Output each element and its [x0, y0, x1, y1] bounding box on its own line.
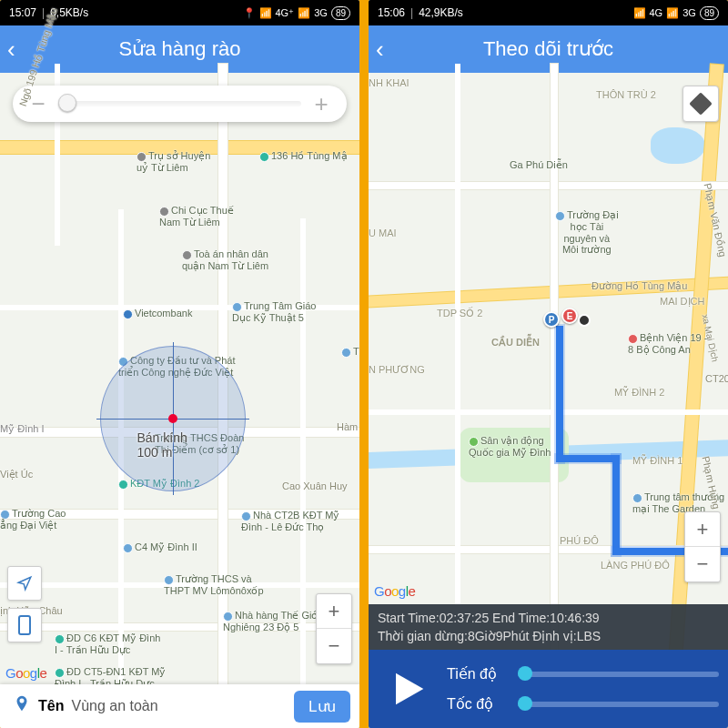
phone-icon: [18, 615, 31, 635]
status-time: 15:06: [378, 6, 405, 19]
poi: Toà án nhân dân quận Nam Từ Liêm: [182, 248, 268, 272]
poi: Nhà CT2B KĐT Mỹ Đình - Lê Đức Thọ: [241, 510, 339, 533]
locate-button[interactable]: [7, 566, 42, 601]
back-button[interactable]: ‹: [7, 37, 35, 61]
progress-label: Tiến độ: [447, 665, 505, 682]
poi: Trung Tâm Giáo Dục Kỹ Thuật 5: [232, 300, 316, 324]
area-label: MAI DỊCH: [660, 296, 704, 308]
status-battery: 89: [331, 6, 350, 20]
poi: Sân vận động Quốc gia Mỹ Đình: [469, 435, 551, 459]
area-label: U MAI: [369, 228, 397, 238]
google-logo: Google: [374, 583, 415, 599]
geofence-center-icon: [168, 414, 177, 423]
start-time-value: 02:37:25: [440, 611, 490, 625]
page-title: Sửa hàng rào: [0, 37, 359, 61]
phone-right: 15:06 | 42,9KB/s 📶4G 📶3G 89 ‹ Theo dõi t…: [369, 0, 728, 728]
area-label: MỸ ĐÌNH 2: [614, 387, 664, 399]
layers-icon: [689, 92, 712, 115]
area-label: CẦU DIỄN: [491, 337, 540, 349]
status-sig2: 3G: [314, 7, 328, 18]
slider-thumb[interactable]: [518, 666, 532, 681]
area-label: N PHƯƠNG: [369, 364, 425, 376]
poi: Trường THCS và THPT MV Lômônôxốp: [164, 573, 264, 597]
slider-thumb[interactable]: [58, 94, 76, 112]
poi: Vietcombank: [123, 308, 192, 319]
layers-button[interactable]: [682, 86, 719, 122]
plus-icon[interactable]: +: [310, 90, 332, 118]
bottom-bar: Tên Vùng an toàn Lưu: [0, 684, 359, 728]
status-loc-icon: 📍: [243, 7, 256, 19]
zoom-out-button[interactable]: −: [685, 547, 720, 581]
zoom-in-button[interactable]: +: [317, 594, 351, 629]
poi: C4 Mỹ Đình II: [123, 541, 197, 553]
area-label: TDP SỐ 2: [437, 308, 482, 319]
radius-slider[interactable]: − +: [13, 86, 347, 122]
speed-slider[interactable]: [518, 702, 719, 707]
google-logo: Google: [5, 665, 46, 681]
area-label: NH KHAI: [369, 77, 410, 88]
start-time-label: Start Time:: [378, 611, 440, 625]
poi: Việt Úc: [0, 469, 33, 480]
page-title: Theo dõi trước: [369, 37, 728, 61]
device-button[interactable]: [7, 608, 42, 642]
playback-bar: Tiến độ Tốc độ: [369, 650, 728, 728]
status-battery: 89: [700, 6, 719, 20]
play-icon: [384, 665, 431, 713]
map-canvas[interactable]: P E NH KHAI THÔN TRÙ 2 Ga Phú Diễn U MAI…: [369, 73, 728, 728]
status-sig1: 4G: [650, 7, 663, 18]
poi: Nhà hàng Thế Giới Nghiêng 23 Độ 5: [223, 610, 320, 633]
status-time: 15:07: [9, 6, 36, 19]
zoom-controls: + −: [684, 511, 721, 582]
route-start-marker[interactable]: P: [543, 311, 560, 328]
road-label: CT20: [705, 373, 728, 384]
name-value[interactable]: Vùng an toàn: [71, 698, 157, 714]
zoom-out-button[interactable]: −: [317, 629, 351, 663]
poi: Bệnh Viện 19 - 8 Bộ Công An: [628, 332, 707, 356]
name-label: Tên: [38, 698, 64, 714]
zoom-controls: + −: [316, 593, 352, 664]
phone-left: 15:07 | 0,5KB/s 📍 📶4G⁺ 📶3G 89 ‹ Sửa hàng…: [0, 0, 359, 728]
map-canvas[interactable]: − + Trụ sở Huyện uỷ Từ Liêm 136 Hồ Tùng …: [0, 73, 359, 728]
save-button[interactable]: Lưu: [294, 691, 350, 723]
road-label: Hàm Nghi: [337, 421, 359, 432]
speed-label: Tốc độ: [447, 695, 505, 713]
pin-icon: [9, 694, 35, 719]
slider-track[interactable]: [58, 101, 301, 106]
area-label: MỸ ĐÌNH 1: [632, 455, 682, 467]
poi: Trường Cao ẳng Đại Việt: [0, 508, 66, 531]
slider-thumb[interactable]: [518, 696, 532, 711]
app-bar: ‹ Theo dõi trước: [369, 25, 728, 73]
geofence-circle[interactable]: Bán kính 100 m: [100, 346, 246, 491]
route-end-marker[interactable]: E: [561, 308, 578, 324]
end-time-label: End Time:: [489, 611, 550, 625]
status-sig2: 3G: [682, 7, 696, 18]
stop-duration: Thời gian dừng:8Giờ9Phút Định vị:LBS: [378, 628, 719, 646]
poi: Trườ: [341, 346, 359, 358]
status-net: 42,9KB/s: [419, 6, 463, 19]
area-label: THÔN TRÙ 2: [596, 89, 656, 100]
poi: Chi Cục Thuế Nam Từ Liêm: [159, 205, 234, 228]
end-time-value: 10:46:39: [550, 611, 600, 625]
track-info-bar: Start Time:02:37:25 End Time:10:46:39 Th…: [369, 604, 728, 650]
poi: Ga Phú Diễn: [510, 159, 568, 171]
poi: 136 Hồ Tùng Mậ: [259, 150, 348, 162]
area-label: Mỹ Đình I: [0, 423, 45, 435]
progress-slider[interactable]: [518, 672, 719, 677]
geofence-radius-label: Bán kính 100 m: [137, 430, 209, 460]
route-current-marker: [578, 314, 591, 327]
road-label: Đường Hồ Tùng Mậu: [592, 280, 687, 292]
status-sig1: 4G⁺: [276, 7, 295, 19]
poi: Trường Đại học Tài nguyên và Môi trường: [555, 209, 619, 256]
play-button[interactable]: [369, 650, 447, 728]
zoom-in-button[interactable]: +: [685, 512, 720, 547]
poi: ĐD C6 KĐT Mỹ Đình I - Trần Hữu Dực: [55, 632, 160, 656]
back-button[interactable]: ‹: [376, 37, 403, 61]
road-label: Cao Xuân Huy: [282, 480, 348, 491]
area-label: PHÚ ĐÔ: [560, 535, 599, 546]
area-label: LÀNG PHÚ ĐÔ: [601, 560, 670, 571]
status-bar: 15:06 | 42,9KB/s 📶4G 📶3G 89: [369, 0, 728, 25]
poi: Trụ sở Huyện uỷ Từ Liêm: [136, 150, 210, 174]
